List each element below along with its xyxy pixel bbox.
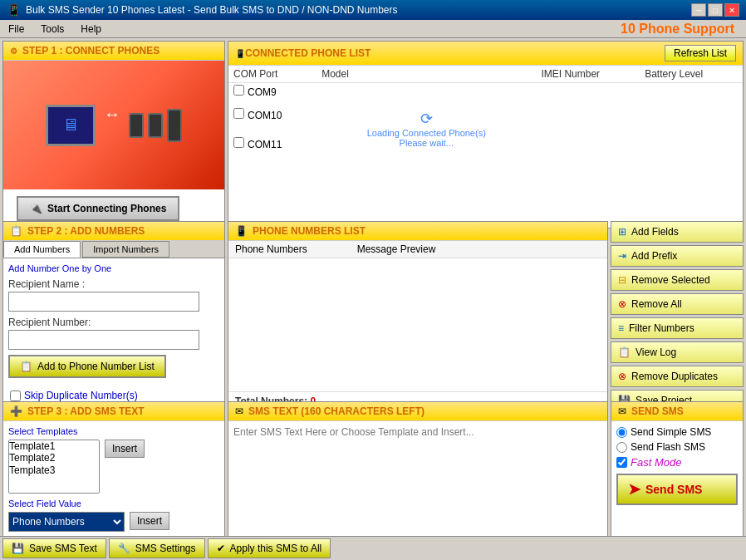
add-one-by-one-label: Add Number One by One: [8, 263, 219, 273]
computer-illustration: 🖥 ↔: [37, 96, 190, 155]
step1-title: STEP 1 : CONNECT PHONES: [22, 45, 160, 56]
send-flash-radio[interactable]: [616, 442, 627, 453]
fast-mode-checkbox[interactable]: [616, 457, 627, 468]
sms-settings-button[interactable]: 🔧 SMS Settings: [109, 538, 205, 558]
add-prefix-button[interactable]: ⇥ Add Prefix: [611, 245, 744, 267]
send-simple-label: Send Simple SMS: [631, 426, 711, 438]
filter-numbers-label: Filter Numbers: [629, 322, 694, 334]
maximize-button[interactable]: □: [708, 3, 723, 17]
connected-phone-list-header: 📱 CONNECTED PHONE LIST Refresh List: [228, 42, 743, 66]
sms-text-title: SMS TEXT (160 CHARACTERS LEFT): [248, 405, 425, 417]
col-model: Model: [317, 66, 536, 83]
send-sms-button[interactable]: ➤ Send SMS: [616, 474, 738, 505]
right-actions-col: ⊞ Add Fields ⇥ Add Prefix ⊟ Remove Selec…: [611, 221, 744, 411]
step2-form: Add Number One by One Recipient Name : R…: [3, 258, 224, 383]
menu-file[interactable]: File: [3, 22, 29, 37]
insert-template-button[interactable]: Insert: [105, 440, 145, 458]
step3-icon: ➕: [10, 405, 22, 417]
step3-panel: ➕ STEP 3 : ADD SMS TEXT Select Templates…: [2, 401, 225, 538]
template-select[interactable]: Template1 Template2 Template3: [8, 440, 100, 494]
send-simple-row: Send Simple SMS: [616, 426, 738, 438]
connect-phones-button[interactable]: 🔌 Start Connecting Phones: [17, 196, 179, 221]
step3-content: Select Templates Template1 Template2 Tem…: [3, 421, 224, 537]
add-btn-label: Add to Phone Number List: [37, 361, 155, 372]
top-grid: ⚙ STEP 1 : CONNECT PHONES 🖥 ↔: [0, 38, 746, 221]
send-sms-title: SEND SMS: [631, 405, 684, 417]
save-sms-text-icon: 💾: [12, 543, 24, 554]
step3-title: STEP 3 : ADD SMS TEXT: [27, 405, 145, 417]
tab-bar: Add Numbers Import Numbers: [3, 241, 224, 258]
brand-text: 10 Phone Support: [621, 22, 734, 37]
step2-col: 📋 STEP 2 : ADD NUMBERS Add Numbers Impor…: [2, 221, 225, 411]
sms-textarea[interactable]: [228, 421, 607, 531]
apply-sms-label: Apply this SMS to All: [230, 543, 322, 554]
step3-header: ➕ STEP 3 : ADD SMS TEXT: [3, 402, 224, 421]
remove-all-label: Remove All: [631, 298, 682, 310]
step2-title: STEP 2 : ADD NUMBERS: [27, 225, 145, 237]
remove-all-button[interactable]: ⊗ Remove All: [611, 293, 744, 315]
field-value-select[interactable]: Phone Numbers: [8, 512, 125, 532]
insert-field-button[interactable]: Insert: [130, 512, 169, 530]
table-row: COM9: [228, 83, 743, 101]
template-option-2: Template2: [9, 452, 99, 464]
template-option-1: Template1: [9, 440, 99, 452]
com11-label: COM11: [248, 139, 282, 150]
refresh-button[interactable]: Refresh List: [665, 45, 736, 61]
send-simple-radio[interactable]: [616, 427, 627, 438]
recipient-number-input[interactable]: [8, 330, 199, 350]
field-row: Phone Numbers Insert: [8, 512, 219, 532]
phone-icon-3: [167, 109, 182, 142]
remove-duplicates-button[interactable]: ⊗ Remove Duplicates: [611, 366, 744, 387]
step2-header: 📋 STEP 2 : ADD NUMBERS: [3, 222, 224, 241]
recipient-name-input[interactable]: [8, 292, 199, 312]
step2-panel: 📋 STEP 2 : ADD NUMBERS Add Numbers Impor…: [2, 221, 225, 411]
app-window: 📱 Bulk SMS Sender 10 Phones Latest - Sen…: [0, 0, 746, 560]
menu-help[interactable]: Help: [76, 22, 106, 37]
fast-mode-label: Fast Mode: [631, 456, 681, 469]
connected-phone-list-panel: 📱 CONNECTED PHONE LIST Refresh List COM …: [228, 41, 744, 228]
arrow-icon: ↔: [104, 105, 120, 146]
connect-icon: 🔌: [30, 203, 42, 214]
loading-area: ⟳ Loading Connected Phone(s) Please wait…: [321, 101, 531, 156]
minimize-button[interactable]: ─: [691, 3, 706, 17]
remove-selected-button[interactable]: ⊟ Remove Selected: [611, 269, 744, 291]
menu-bar: File Tools Help 10 Phone Support: [0, 20, 746, 38]
filter-numbers-button[interactable]: ≡ Filter Numbers: [611, 317, 744, 339]
filter-icon: ≡: [618, 322, 624, 334]
send-sms-btn-label: Send SMS: [645, 483, 702, 496]
view-log-button[interactable]: 📋 View Log: [611, 341, 744, 363]
sms-text-panel: ✉ SMS TEXT (160 CHARACTERS LEFT): [228, 401, 608, 538]
connected-phone-list-title: CONNECTED PHONE LIST: [245, 47, 665, 59]
add-to-list-button[interactable]: 📋 Add to Phone Number List: [8, 355, 166, 378]
tab-add-numbers[interactable]: Add Numbers: [3, 241, 81, 258]
loading-text: Loading Connected Phone(s): [330, 128, 523, 138]
add-fields-button[interactable]: ⊞ Add Fields: [611, 221, 744, 243]
tab-import-numbers[interactable]: Import Numbers: [82, 241, 169, 258]
pn-title: PHONE NUMBERS LIST: [253, 225, 366, 237]
close-button[interactable]: ✕: [724, 3, 739, 17]
col-com-port: COM Port: [228, 66, 317, 83]
com11-checkbox[interactable]: [233, 137, 244, 148]
sms-settings-label: SMS Settings: [135, 543, 196, 554]
add-fields-label: Add Fields: [631, 226, 679, 238]
step2-icon: 📋: [10, 225, 22, 237]
save-sms-text-label: Save SMS Text: [29, 543, 97, 554]
pn-col: 📱 PHONE NUMBERS LIST Phone Numbers Messa…: [228, 221, 608, 411]
step1-panel: ⚙ STEP 1 : CONNECT PHONES 🖥 ↔: [2, 41, 225, 228]
template-option-3: Template3: [9, 464, 99, 476]
menu-tools[interactable]: Tools: [36, 22, 69, 37]
sms-settings-icon: 🔧: [118, 543, 130, 554]
pn-table-header: Phone Numbers Message Preview: [228, 241, 607, 258]
phone-icon-1: [129, 113, 144, 138]
window-title: Bulk SMS Sender 10 Phones Latest - Send …: [26, 4, 398, 16]
send-sms-icon: ➤: [628, 480, 640, 499]
com9-checkbox[interactable]: [233, 85, 244, 96]
pn-icon: 📱: [235, 225, 248, 237]
com10-checkbox[interactable]: [233, 108, 244, 119]
recipient-name-label: Recipient Name :: [8, 278, 219, 290]
bottom-grid: ➕ STEP 3 : ADD SMS TEXT Select Templates…: [0, 399, 746, 536]
save-sms-text-button[interactable]: 💾 Save SMS Text: [2, 538, 106, 558]
apply-sms-button[interactable]: ✔ Apply this SMS to All: [208, 538, 331, 558]
view-log-icon: 📋: [618, 346, 631, 358]
title-bar: 📱 Bulk SMS Sender 10 Phones Latest - Sen…: [0, 0, 746, 20]
